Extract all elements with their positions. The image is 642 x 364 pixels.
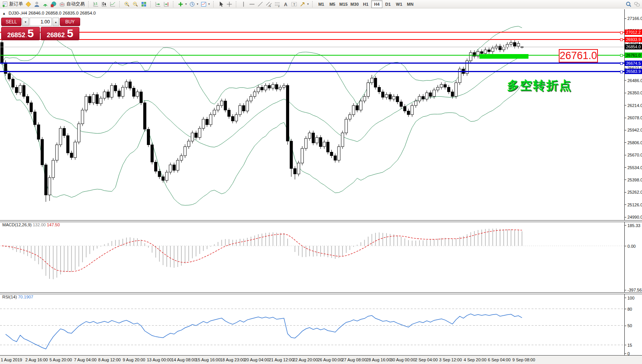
tab-mn[interactable]: MN: [405, 0, 416, 8]
tab-m30[interactable]: M30: [349, 0, 360, 8]
crosshair-button[interactable]: [225, 0, 234, 8]
buy-price-display[interactable]: 26862 . 5: [41, 27, 79, 40]
rsi-pane[interactable]: [0, 294, 624, 355]
line-chart-icon: [110, 1, 116, 7]
tile-windows-button[interactable]: [140, 0, 148, 8]
buy-price-dot: .: [65, 33, 67, 38]
bear-candle: [422, 96, 425, 99]
horizontal-line-button[interactable]: [248, 0, 256, 8]
equidistant-channel-button[interactable]: E: [265, 0, 273, 8]
text-label-button[interactable]: T: [290, 0, 298, 8]
signals-button[interactable]: [41, 0, 49, 8]
current-price-line: [0, 47, 624, 47]
bear-candle: [382, 92, 384, 97]
auto-scroll-button[interactable]: [154, 0, 162, 8]
resistance-line-1-anchor[interactable]: [620, 31, 623, 34]
bull-candle: [279, 87, 281, 89]
candlestick-chart-button[interactable]: [100, 0, 109, 8]
macd-pane[interactable]: [0, 222, 624, 292]
trendline-button[interactable]: [256, 0, 265, 8]
arrows-button[interactable]: ▾: [298, 0, 310, 8]
bull-candle: [191, 133, 194, 141]
bear-candle: [473, 53, 476, 56]
market-watch-button[interactable]: [24, 0, 33, 8]
bull-candle: [257, 87, 260, 92]
bear-candle: [268, 86, 271, 88]
line-chart-button[interactable]: [109, 0, 117, 8]
macd-pane-divider[interactable]: [0, 220, 642, 222]
bear-candle: [26, 96, 29, 103]
text-button[interactable]: A: [281, 0, 290, 8]
resistance-line-1[interactable]: [0, 32, 624, 33]
bull-candle: [349, 115, 351, 119]
bar-chart-button[interactable]: [92, 0, 100, 8]
tab-m5[interactable]: M5: [327, 0, 338, 8]
chat-icon: [634, 1, 640, 7]
buy-button[interactable]: BUY: [60, 18, 80, 26]
cursor-button[interactable]: [217, 0, 225, 8]
bull-candle: [254, 92, 256, 96]
market-button[interactable]: [49, 0, 58, 8]
price-callout-box[interactable]: 26761.0: [559, 49, 598, 63]
volume-increase-button[interactable]: ▴: [53, 18, 59, 26]
ohlc-values: 26846.0 26858.0 26835.0 26854.0: [28, 11, 96, 15]
toolbar-separator: [312, 1, 314, 7]
tab-h1[interactable]: H1: [360, 0, 371, 8]
bear-candle: [290, 141, 293, 168]
volume-decrease-button[interactable]: ▾: [22, 18, 29, 26]
bull-candle: [316, 137, 318, 143]
timeframes-menu-button[interactable]: ▾: [188, 0, 199, 8]
zoom-in-button[interactable]: [123, 0, 131, 8]
bear-candle: [206, 119, 208, 125]
tab-m15[interactable]: M15: [338, 0, 349, 8]
bull-candle: [491, 48, 494, 52]
tab-d1[interactable]: D1: [382, 0, 393, 8]
search-button[interactable]: [624, 0, 633, 8]
new-order-button[interactable]: 新订单: [1, 0, 24, 8]
bear-candle: [41, 139, 44, 165]
pivot-line[interactable]: [0, 55, 624, 56]
sell-button[interactable]: SELL: [1, 18, 21, 26]
bull-candle: [418, 96, 421, 101]
time-label: 30 Aug 00:00: [390, 357, 415, 362]
collapse-panel-icon[interactable]: ▲: [2, 12, 6, 15]
vertical-line-icon: [240, 1, 247, 7]
pivot-annotation-text[interactable]: 多空转折点: [507, 77, 572, 94]
volume-input[interactable]: [30, 18, 52, 26]
support-line-1-anchor[interactable]: [620, 62, 623, 65]
rsi-pane-divider[interactable]: [0, 292, 642, 294]
arrow-shape-icon: [300, 1, 306, 7]
fibonacci-button[interactable]: F: [273, 0, 281, 8]
bull-candle: [77, 124, 80, 142]
buy-price-int: 26862: [47, 31, 65, 39]
bear-candle: [389, 95, 392, 99]
main-price-chart[interactable]: [0, 9, 624, 219]
autotrading-button[interactable]: 自动交易: [58, 0, 86, 8]
vertical-line-button[interactable]: [239, 0, 248, 8]
chart-shift-button[interactable]: [162, 0, 171, 8]
templates-button[interactable]: ▾: [199, 0, 211, 8]
indicators-button[interactable]: ▾: [176, 0, 188, 8]
macd-main-value: 132.00: [33, 222, 46, 227]
chat-button[interactable]: [633, 0, 641, 8]
pivot-line-anchor[interactable]: [620, 54, 623, 57]
support-line-1[interactable]: [0, 63, 624, 64]
tab-w1[interactable]: W1: [393, 0, 405, 8]
fibonacci-icon: F: [274, 1, 280, 7]
bull-candle: [502, 47, 505, 50]
support-line-2[interactable]: [0, 71, 624, 72]
zoom-out-button[interactable]: [131, 0, 140, 8]
resistance-line-2-anchor[interactable]: [620, 38, 623, 41]
highlight-bar[interactable]: [479, 54, 528, 59]
bull-candle: [184, 147, 186, 156]
time-label: 20 Aug 04:00: [244, 357, 269, 362]
tab-m1[interactable]: M1: [316, 0, 327, 8]
svg-text:E: E: [270, 5, 271, 7]
data-window-button[interactable]: [33, 0, 41, 8]
tab-h4[interactable]: H4: [371, 0, 382, 8]
resistance-line-2[interactable]: [0, 39, 624, 40]
price-label-26583.9: 26583.9: [625, 69, 642, 74]
support-line-2-anchor[interactable]: [620, 71, 623, 73]
sell-price-display[interactable]: 26852 . 5: [1, 27, 40, 40]
zoom-in-icon: [124, 1, 130, 7]
